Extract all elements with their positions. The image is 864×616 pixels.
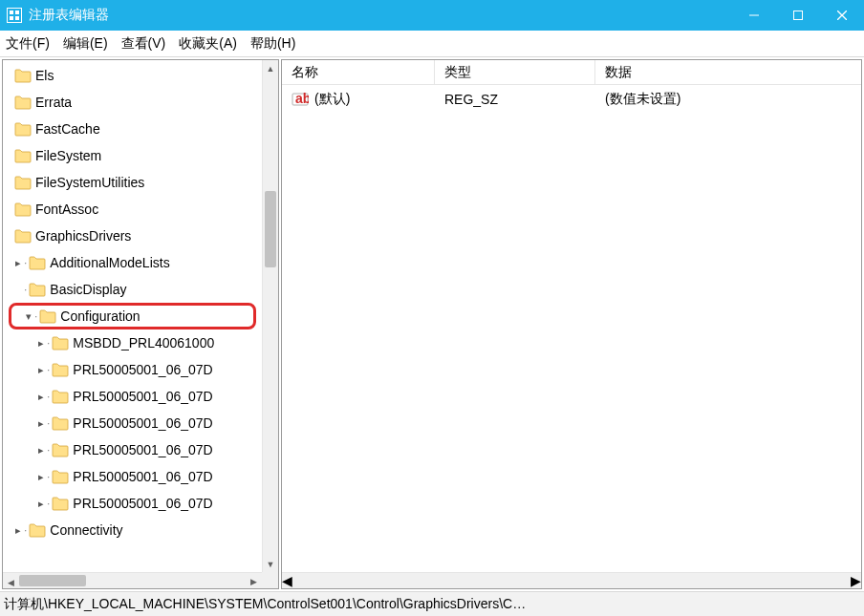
menu-file[interactable]: 文件(F): [6, 35, 50, 53]
menu-favorites[interactable]: 收藏夹(A): [179, 35, 237, 53]
tree-expander-icon[interactable]: ▸: [35, 444, 47, 457]
tree-hscroll-track[interactable]: [19, 573, 246, 588]
tree-line: ·: [47, 363, 50, 376]
statusbar: 计算机\HKEY_LOCAL_MACHINE\SYSTEM\ControlSet…: [0, 591, 864, 616]
tree-item-label: Errata: [35, 95, 72, 110]
tree-line: ·: [34, 309, 37, 323]
folder-icon: [52, 390, 69, 404]
titlebar[interactable]: 注册表编辑器: [0, 0, 864, 31]
tree-expander-icon[interactable]: ▸: [12, 524, 24, 537]
svg-rect-2: [15, 11, 19, 14]
scroll-right-icon[interactable]: ▶: [246, 573, 262, 589]
folder-icon: [14, 122, 32, 137]
folder-icon: [52, 363, 69, 377]
tree-horizontal-scrollbar[interactable]: ◀ ▶: [3, 572, 262, 588]
tree-line: ·: [24, 523, 27, 537]
tree-item-errata[interactable]: Errata: [3, 89, 262, 116]
close-icon: [837, 11, 847, 20]
tree-line: ·: [47, 390, 50, 403]
folder-icon: [52, 470, 69, 484]
svg-rect-1: [10, 11, 13, 14]
tree-item-fontassoc[interactable]: FontAssoc: [3, 196, 262, 223]
maximize-icon: [793, 11, 803, 20]
tree-item-connectivity[interactable]: ▸·Connectivity: [3, 517, 262, 543]
tree-vertical-scrollbar[interactable]: ▲ ▼: [262, 60, 278, 572]
scroll-up-icon[interactable]: ▲: [263, 60, 278, 76]
scroll-right-icon[interactable]: ▶: [851, 573, 861, 588]
window-title: 注册表编辑器: [29, 7, 109, 24]
tree-item-prl50005001-06-07d[interactable]: ▸·PRL50005001_06_07D: [3, 356, 262, 383]
tree-line: ·: [47, 443, 50, 457]
tree-expander-icon[interactable]: ▾: [23, 310, 34, 323]
tree-item-prl50005001-06-07d[interactable]: ▸·PRL50005001_06_07D: [3, 410, 262, 436]
values-panel: 名称 类型 数据 ab(默认)REG_SZ(数值未设置) ◀ ▶: [281, 59, 862, 589]
minimize-icon: [749, 11, 759, 20]
column-header-type[interactable]: 类型: [435, 60, 595, 84]
tree-item-filesystemutilities[interactable]: FileSystemUtilities: [3, 169, 262, 196]
tree-item-label: BasicDisplay: [50, 282, 126, 297]
tree-line: ·: [47, 497, 50, 510]
tree-item-label: MSBDD_PRL40061000: [73, 335, 214, 350]
tree-vscroll-track[interactable]: [263, 76, 278, 556]
menu-edit[interactable]: 编辑(E): [63, 35, 108, 53]
svg-rect-6: [794, 11, 803, 20]
tree-item-configuration[interactable]: ▾·Configuration: [9, 303, 256, 329]
menu-help[interactable]: 帮助(H): [250, 35, 295, 53]
column-header-name[interactable]: 名称: [282, 60, 435, 84]
tree-item-els[interactable]: Els: [3, 62, 262, 89]
tree-item-label: PRL50005001_06_07D: [73, 496, 212, 511]
tree-expander-icon[interactable]: ▸: [35, 364, 47, 376]
folder-icon: [14, 176, 32, 190]
tree-expander-icon[interactable]: ▸: [35, 498, 47, 510]
column-header-data[interactable]: 数据: [595, 60, 861, 84]
tree-item-msbdd-prl40061000[interactable]: ▸·MSBDD_PRL40061000: [3, 329, 262, 356]
tree-item-label: FontAssoc: [35, 202, 98, 217]
scroll-down-icon[interactable]: ▼: [263, 556, 278, 572]
tree-item-prl50005001-06-07d[interactable]: ▸·PRL50005001_06_07D: [3, 463, 262, 490]
folder-icon: [14, 69, 32, 83]
values-horizontal-scrollbar[interactable]: ◀ ▶: [282, 572, 861, 588]
tree-expander-icon[interactable]: ▸: [35, 417, 47, 430]
scroll-left-icon[interactable]: ◀: [3, 575, 19, 590]
tree-vscroll-thumb[interactable]: [265, 191, 276, 267]
tree-item-filesystem[interactable]: FileSystem: [3, 142, 262, 169]
value-name: (默认): [314, 91, 350, 108]
minimize-button[interactable]: [732, 0, 776, 31]
value-data: (数值未设置): [595, 91, 861, 108]
main-area: ElsErrataFastCacheFileSystemFileSystemUt…: [0, 57, 864, 591]
folder-icon: [29, 523, 46, 538]
tree-scroll-area[interactable]: ElsErrataFastCacheFileSystemFileSystemUt…: [3, 60, 262, 572]
folder-icon: [52, 336, 69, 350]
tree-item-label: PRL50005001_06_07D: [73, 442, 212, 457]
menu-view[interactable]: 查看(V): [121, 35, 166, 53]
folder-icon: [14, 202, 32, 217]
maximize-button[interactable]: [776, 0, 820, 31]
value-row[interactable]: ab(默认)REG_SZ(数值未设置): [282, 85, 861, 114]
tree-item-prl50005001-06-07d[interactable]: ▸·PRL50005001_06_07D: [3, 490, 262, 517]
tree-line: ·: [47, 336, 50, 350]
tree-item-graphicsdrivers[interactable]: GraphicsDrivers: [3, 223, 262, 249]
tree-item-prl50005001-06-07d[interactable]: ▸·PRL50005001_06_07D: [3, 383, 262, 410]
folder-icon: [14, 96, 32, 110]
tree-expander-icon[interactable]: ▸: [35, 391, 47, 403]
tree-hscroll-thumb[interactable]: [19, 575, 86, 586]
tree-item-basicdisplay[interactable]: ·BasicDisplay: [3, 276, 262, 303]
values-body[interactable]: ab(默认)REG_SZ(数值未设置): [282, 85, 861, 572]
tree-item-label: FileSystem: [35, 148, 101, 163]
tree-line: ·: [47, 470, 50, 483]
close-button[interactable]: [820, 0, 864, 31]
tree-item-additionalmodelists[interactable]: ▸·AdditionalModeLists: [3, 249, 262, 276]
folder-icon: [39, 309, 56, 324]
string-value-icon: ab: [292, 91, 309, 108]
tree-item-fastcache[interactable]: FastCache: [3, 116, 262, 142]
tree-expander-icon[interactable]: ▸: [35, 471, 47, 483]
tree-expander-icon[interactable]: ▸: [12, 257, 24, 269]
scroll-left-icon[interactable]: ◀: [282, 573, 292, 588]
tree-item-prl50005001-06-07d[interactable]: ▸·PRL50005001_06_07D: [3, 436, 262, 463]
tree-expander-icon[interactable]: ▸: [35, 337, 47, 350]
menubar: 文件(F) 编辑(E) 查看(V) 收藏夹(A) 帮助(H): [0, 31, 864, 57]
tree-item-label: PRL50005001_06_07D: [73, 389, 212, 404]
value-type: REG_SZ: [435, 92, 595, 107]
tree-line: ·: [24, 283, 27, 296]
tree-panel: ElsErrataFastCacheFileSystemFileSystemUt…: [2, 59, 279, 589]
